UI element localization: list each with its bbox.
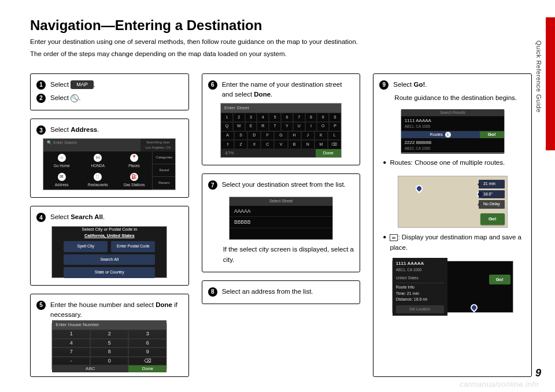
- key-4: 4: [52, 339, 90, 348]
- step-box-1-2: 1 Select MAP. 2 Select 🔍.: [30, 73, 189, 111]
- step-7-text: Select your destination street from the …: [222, 180, 354, 190]
- key-dash: -: [52, 357, 90, 366]
- step-9-sub: Route guidance to the destination begins…: [379, 93, 526, 103]
- step-num-5: 5: [36, 301, 46, 310]
- keypad-header: Enter House Number: [52, 320, 166, 330]
- list-row-2: BBBBB: [230, 217, 332, 228]
- step-8-text: Select an address from the list.: [222, 287, 354, 297]
- bullet-dot-1: ●: [383, 158, 386, 168]
- side-tab-red: [546, 17, 555, 150]
- sa-title: Select City or Postal Code inCalifornia,…: [82, 226, 137, 239]
- step-box-6: 6 Enter the name of your destination str…: [202, 73, 361, 166]
- btn-search-all: Search All: [64, 254, 155, 265]
- step-num-4: 4: [36, 213, 46, 222]
- kb-header: Enter Street: [221, 103, 341, 113]
- step-3-text: Select Address.: [50, 125, 183, 135]
- intro-line-2: The order of the steps may change depend…: [30, 49, 532, 59]
- map-dist-badge: 18.0": [479, 190, 505, 199]
- step-box-4: 4 Select Search All. Select City or Post…: [30, 206, 189, 285]
- key-0: 0: [90, 357, 128, 366]
- step-num-3: 3: [36, 125, 46, 135]
- key-1: 1: [52, 330, 90, 339]
- list-row-empty: [230, 228, 332, 240]
- step-num-1: 1: [36, 80, 46, 90]
- list-row-1: AAAAA: [230, 206, 332, 217]
- key-6: 6: [128, 339, 166, 348]
- key-backspace: ⌫: [128, 357, 166, 366]
- routes-map-screenshot: 21 min 18.0" No Delay Go!: [398, 176, 508, 228]
- intro-line-1: Enter your destination using one of seve…: [30, 37, 532, 47]
- kb-symbols: &?%: [221, 149, 238, 157]
- column-3: 9 Select Go!. Route guidance to the dest…: [373, 73, 532, 378]
- kb-done: Done: [316, 149, 342, 157]
- column-1: 1 Select MAP. 2 Select 🔍. 3 Se: [30, 73, 189, 378]
- step-num-6: 6: [208, 80, 217, 90]
- btn-state-country: State or Country: [64, 267, 155, 278]
- route-dist: Distance: 18.0 mi: [396, 297, 444, 303]
- tile-go-home: ⌂Go Home: [43, 151, 80, 171]
- list-header: Select Street: [230, 197, 332, 206]
- step-9-text: Select Go!.: [393, 80, 526, 90]
- step-5-text: Enter the house number and select Done i…: [50, 300, 183, 320]
- bullet-routes-text: Routes: Choose one of multiple routes.: [390, 158, 505, 168]
- side-saved: Saved: [152, 164, 175, 177]
- results-screenshot: Search Results 1111 AAAAAAB11, CA 1000 R…: [401, 110, 505, 153]
- side-recent: Recent: [152, 177, 175, 190]
- tile-address: ✉Address: [43, 171, 80, 190]
- page-number: 9: [535, 367, 541, 379]
- kb-1: 1: [221, 113, 233, 122]
- map-button-pill: MAP: [71, 80, 94, 90]
- set-location-button: Set Location: [396, 305, 444, 313]
- dest-addr1: AB11, CA 1000: [396, 267, 444, 273]
- street-list-screenshot: Select Street AAAAA BBBBB: [229, 197, 333, 240]
- keypad-abc: ABC: [52, 365, 128, 372]
- btn-spell-city: Spell City: [64, 241, 108, 252]
- key-8: 8: [90, 347, 128, 357]
- list-icon: [390, 234, 398, 241]
- dest-title: 1111 AAAAA: [396, 260, 444, 267]
- btn-postal: Enter Postal Code: [111, 241, 155, 252]
- result-2: 2222 BBBBBAB22, CA 1000: [401, 138, 504, 153]
- step-4-text: Select Search All.: [50, 212, 183, 222]
- map-delay-badge: No Delay: [479, 200, 505, 209]
- map-time-badge: 21 min: [479, 180, 505, 188]
- step-box-7: 7 Select your destination street from th…: [202, 173, 361, 272]
- result-1: 1111 AAAAAAB11, CA 1000: [401, 116, 504, 131]
- tile-honda: HHONDA: [80, 151, 116, 171]
- tile-restaurants: 🍴Restaurants: [80, 171, 116, 190]
- tile-places: 📍Places: [116, 151, 153, 171]
- destination-map-screenshot: 1111 AAAAA AB11, CA 1000 United States R…: [392, 261, 513, 313]
- step-1-text: Select MAP.: [50, 80, 183, 90]
- key-5: 5: [90, 339, 128, 348]
- address-menu-screenshot: 🔍 Enter Search Searching nearLos Angeles…: [43, 138, 176, 190]
- key-2: 2: [90, 330, 128, 339]
- map-go-button: Go!: [480, 213, 505, 225]
- key-3: 3: [128, 330, 166, 339]
- map2-go-button: Go!: [489, 275, 510, 284]
- key-9: 9: [128, 347, 166, 357]
- go-button-1: Go!: [480, 131, 504, 138]
- step-box-3: 3 Select Address. 🔍 Enter Search Searchi…: [30, 119, 189, 198]
- bullet-dot-2: ●: [383, 232, 386, 253]
- street-keyboard: Enter Street 1234567890 QWERTYUIOP ASDFG…: [220, 103, 342, 158]
- route-time: Time: 21 min: [396, 291, 444, 297]
- results-header: Search Results: [401, 109, 504, 116]
- step-box-5: 5 Enter the house number and select Done…: [30, 294, 189, 378]
- step-num-9: 9: [379, 80, 388, 90]
- keypad-done: Done: [128, 365, 166, 372]
- bullet-map-text: : Display your destination map and save …: [390, 232, 522, 253]
- side-categories: Categories: [152, 151, 175, 164]
- step-box-8: 8 Select an address from the list.: [202, 280, 361, 304]
- route-info-head: Route Info: [396, 284, 444, 291]
- routes-button: Routesi: [401, 131, 480, 138]
- step-7-note: If the select city screen is displayed, …: [208, 245, 354, 265]
- search-location: Searching nearLos Angeles, CA: [140, 139, 175, 151]
- house-number-keypad: Enter House Number 1 2 3 4 5 6 7 8 9 - 0…: [51, 323, 167, 369]
- step-num-8: 8: [208, 287, 217, 297]
- search-icon: 🔍: [71, 94, 79, 102]
- search-all-screenshot: Select City or Postal Code inCalifornia,…: [51, 226, 167, 278]
- search-field: 🔍 Enter Search: [43, 139, 140, 151]
- step-2-text: Select 🔍.: [50, 93, 183, 103]
- page-title: Navigation—Entering a Destination: [30, 17, 532, 34]
- watermark: carmanualsonline.info: [460, 380, 539, 389]
